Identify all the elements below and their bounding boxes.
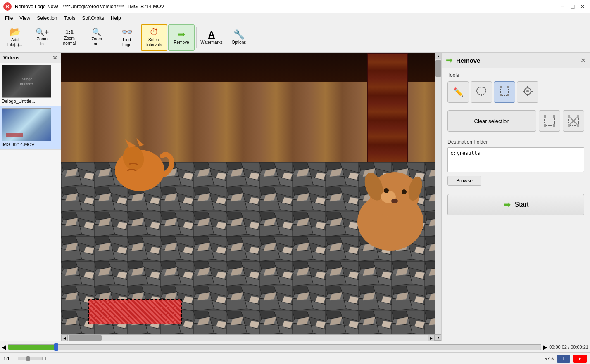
start-arrow-icon: ➡ xyxy=(503,199,511,210)
toolbox-header: ➡ Remove ✕ xyxy=(442,53,590,68)
menu-bar: File View Selection Tools SoftOrbits Hel… xyxy=(0,13,590,23)
video-item-2[interactable]: IMG_8214.MOV xyxy=(0,106,61,150)
video-thumb-2 xyxy=(2,108,51,141)
toolbox-close-button[interactable]: ✕ xyxy=(580,57,586,64)
minimize-button[interactable]: − xyxy=(559,2,567,11)
menu-file[interactable]: File xyxy=(2,14,16,22)
start-button[interactable]: ➡ Start xyxy=(447,194,584,215)
menu-softorbits[interactable]: SoftOrbits xyxy=(79,14,107,22)
tool-rect-select[interactable] xyxy=(494,81,515,103)
videos-header: Videos ✕ xyxy=(0,53,61,63)
toolbar-remove[interactable]: ➡ Remove xyxy=(168,24,195,51)
toolbar-add-files[interactable]: 📂 AddFile(s)... xyxy=(2,24,28,51)
browse-button[interactable]: Browse xyxy=(447,176,481,186)
video-frame xyxy=(61,53,441,341)
clear-selection-button[interactable]: Clear selection xyxy=(447,110,536,132)
scrollbar-v-track[interactable] xyxy=(435,59,441,334)
zoom-slider-thumb[interactable] xyxy=(26,356,30,361)
scrollbar-h-track[interactable] xyxy=(68,335,428,341)
zoom-percent-label: 57% xyxy=(545,356,554,361)
destination-path-input[interactable]: c:\results xyxy=(447,147,584,172)
scrollbar-down-button[interactable]: ▼ xyxy=(435,334,441,341)
tool-lasso[interactable] xyxy=(471,81,492,103)
tool-magic-wand[interactable] xyxy=(517,81,538,103)
svg-rect-40 xyxy=(568,115,570,118)
deselect-button[interactable] xyxy=(563,110,584,132)
toolbox-title: Remove xyxy=(456,57,480,64)
watermarks-label: Watermarks xyxy=(200,40,223,45)
toolbar: 📂 AddFile(s)... 🔍+ Zoomin 1:1 Zoomnormal… xyxy=(0,23,590,53)
menu-selection[interactable]: Selection xyxy=(33,14,60,22)
toolbar-find-logo[interactable]: 👓 FindLogo xyxy=(114,24,140,51)
scrollbar-v-thumb[interactable] xyxy=(435,60,441,77)
svg-point-19 xyxy=(391,199,398,203)
menu-help[interactable]: Help xyxy=(107,14,124,22)
svg-rect-25 xyxy=(507,86,509,88)
menu-view[interactable]: View xyxy=(16,14,33,22)
zoom-ratio-label: 1:1 xyxy=(3,356,10,361)
canvas-scrollbar-vertical[interactable]: ▲ ▼ xyxy=(435,53,441,341)
toolbar-zoom-normal[interactable]: 1:1 Zoomnormal xyxy=(56,24,83,51)
find-logo-label: FindLogo xyxy=(122,38,131,47)
main-layout: Videos ✕ Delogopreview Delogo_Untitle...… xyxy=(0,53,590,341)
dog-figure xyxy=(347,164,434,255)
youtube-button[interactable]: ▶ xyxy=(573,355,587,363)
add-files-label: AddFile(s)... xyxy=(7,38,22,47)
zoom-in-icon: 🔍+ xyxy=(36,28,49,36)
maximize-button[interactable]: □ xyxy=(569,2,577,11)
toolbar-separator-1 xyxy=(112,27,112,48)
select-all-button[interactable] xyxy=(539,110,560,132)
current-time: 00:00:02 xyxy=(549,345,567,350)
menu-tools[interactable]: Tools xyxy=(61,14,79,22)
toolbar-zoom-out[interactable]: 🔍 Zoomout xyxy=(83,24,110,51)
videos-close-button[interactable]: ✕ xyxy=(52,54,57,61)
scrollbar-right-button[interactable]: ▶ xyxy=(428,335,435,341)
svg-rect-26 xyxy=(500,94,502,96)
timeline-track[interactable] xyxy=(8,344,541,350)
selection-content xyxy=(89,300,181,324)
options-label: Options xyxy=(232,40,246,45)
add-files-icon: 📂 xyxy=(10,28,21,37)
lasso-icon xyxy=(476,85,487,99)
svg-rect-42 xyxy=(568,124,570,127)
zoom-slider[interactable] xyxy=(18,357,43,360)
svg-rect-27 xyxy=(507,94,509,96)
video-item-1[interactable]: Delogopreview Delogo_Untitle... xyxy=(0,63,61,106)
timeline-thumb[interactable] xyxy=(54,343,58,351)
svg-rect-37 xyxy=(544,124,546,127)
zoom-plus-button[interactable]: + xyxy=(44,355,48,362)
svg-point-20 xyxy=(384,188,389,193)
toolbar-watermarks[interactable]: A Watermarks xyxy=(198,24,225,51)
timeline-time-display: 00:00:02 / 00:00:21 xyxy=(549,345,588,350)
selection-rect[interactable] xyxy=(88,299,182,324)
timeline-progress xyxy=(8,345,56,350)
scene xyxy=(61,53,441,341)
tools-grid: ✏️ xyxy=(447,81,584,103)
zoom-normal-icon: 1:1 xyxy=(65,29,74,35)
timeline-icon: ◀ xyxy=(2,344,6,350)
status-bar: 1:1 : - + 57% f ▶ xyxy=(0,352,590,364)
zoom-out-label: Zoomout xyxy=(91,37,102,47)
scrollbar-up-button[interactable]: ▲ xyxy=(435,53,441,59)
video-thumb-1: Delogopreview xyxy=(2,65,51,98)
scrollbar-left-button[interactable]: ◀ xyxy=(61,335,68,341)
close-button[interactable]: ✕ xyxy=(578,2,587,11)
canvas-scrollbar-horizontal[interactable]: ◀ ▶ xyxy=(61,334,435,341)
start-section: ➡ Start xyxy=(442,190,590,220)
svg-point-29 xyxy=(526,90,529,92)
toolbox-title-row: ➡ Remove xyxy=(446,55,480,65)
zoom-normal-label: Zoomnormal xyxy=(63,36,76,46)
destination-folder-label: Destination Folder xyxy=(447,139,584,145)
videos-title: Videos xyxy=(3,55,19,61)
toolbar-select-intervals[interactable]: ⏱ SelectIntervals xyxy=(141,24,167,51)
toolbar-options[interactable]: 🔧 Options xyxy=(226,24,252,51)
pencil-icon: ✏️ xyxy=(453,87,464,97)
title-bar: R Remove Logo Now! - ****Unregistered ve… xyxy=(0,0,590,13)
scrollbar-h-thumb[interactable] xyxy=(69,335,102,341)
timeline-area: ◀ ▶ 00:00:02 / 00:00:21 xyxy=(0,341,590,352)
facebook-button[interactable]: f xyxy=(557,355,570,363)
toolbar-zoom-in[interactable]: 🔍+ Zoomin xyxy=(29,24,55,51)
zoom-minus-button[interactable]: - xyxy=(14,355,16,362)
tool-pencil[interactable]: ✏️ xyxy=(447,81,469,103)
canvas-area[interactable]: ▲ ▼ ◀ ▶ xyxy=(61,53,441,341)
